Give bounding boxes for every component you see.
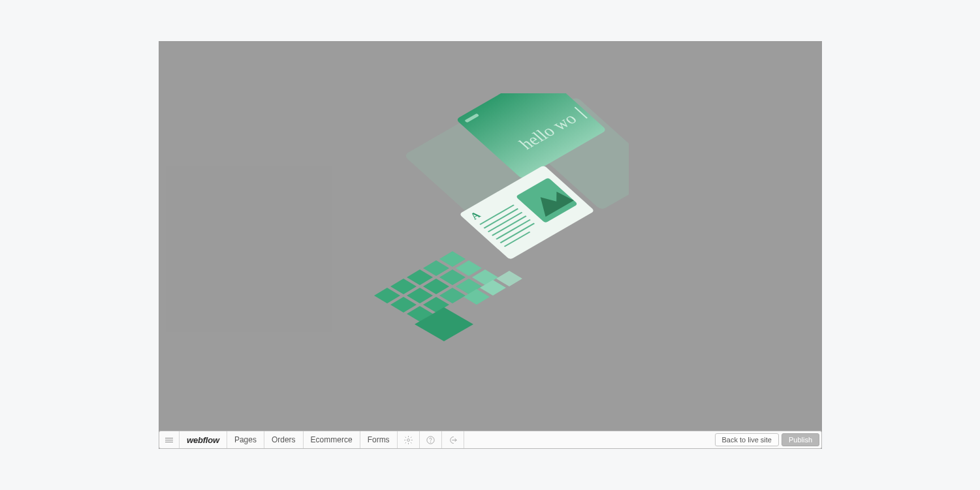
nav-pages-label: Pages (234, 435, 257, 444)
nav-orders[interactable]: Orders (264, 431, 304, 448)
nav-ecommerce-label: Ecommerce (311, 435, 353, 444)
toolbar-right: Back to live site Publish (713, 431, 822, 448)
publish-label: Publish (789, 436, 812, 444)
nav-ecommerce[interactable]: Ecommerce (304, 431, 360, 448)
logout-button[interactable] (442, 431, 464, 448)
nav-forms-label: Forms (368, 435, 390, 444)
gear-icon (403, 435, 413, 445)
help-button[interactable] (420, 431, 442, 448)
nav-forms[interactable]: Forms (360, 431, 398, 448)
loading-overlay (159, 41, 822, 449)
editor-canvas: hello wo A (159, 41, 822, 449)
publish-button[interactable]: Publish (782, 433, 819, 446)
nav-pages[interactable]: Pages (227, 431, 264, 448)
settings-button[interactable] (398, 431, 420, 448)
back-to-live-site-button[interactable]: Back to live site (715, 433, 779, 446)
svg-point-39 (430, 442, 431, 442)
nav-orders-label: Orders (272, 435, 296, 444)
brand-label[interactable]: webflow (180, 431, 227, 448)
hamburger-icon (165, 436, 173, 444)
svg-point-37 (407, 438, 409, 441)
help-icon (426, 435, 435, 445)
menu-toggle[interactable] (159, 431, 180, 448)
back-label: Back to live site (722, 436, 772, 444)
toolbar-left: webflow Pages Orders Ecommerce Forms (159, 431, 713, 448)
editor-toolbar: webflow Pages Orders Ecommerce Forms (159, 431, 822, 449)
webflow-logo-text: webflow (187, 435, 219, 445)
logout-icon (448, 435, 458, 445)
